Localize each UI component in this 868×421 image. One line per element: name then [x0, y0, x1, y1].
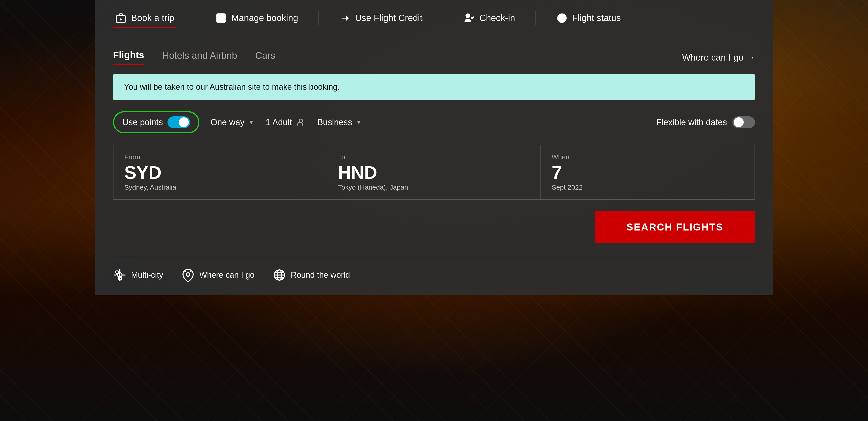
nav-manage-booking[interactable]: Manage booking [213, 8, 301, 28]
flexible-dates-label: Flexible with dates [656, 118, 727, 127]
multi-city-label: Multi-city [131, 270, 163, 280]
nav-use-flight-credit-label: Use Flight Credit [355, 13, 423, 23]
svg-point-7 [466, 14, 470, 18]
nav-divider-4 [535, 11, 536, 25]
nav-flight-status-label: Flight status [572, 13, 621, 23]
round-the-world-label: Round the world [291, 270, 350, 280]
round-the-world-link[interactable]: Round the world [273, 268, 350, 282]
info-banner: You will be taken to our Australian site… [113, 74, 755, 100]
from-label: From [124, 153, 316, 161]
to-name: Tokyo (Haneda), Japan [338, 184, 529, 191]
info-banner-text: You will be taken to our Australian site… [124, 82, 340, 92]
nav-flight-status[interactable]: Flight status [554, 8, 623, 28]
tab-cars[interactable]: Cars [255, 50, 275, 65]
trip-type-chevron-icon: ▼ [248, 119, 254, 126]
where-can-i-go-bottom-label: Where can I go [199, 270, 254, 280]
passenger-icon [296, 117, 306, 127]
flexible-dates-toggle[interactable] [733, 117, 755, 128]
trip-type-dropdown[interactable]: One way ▼ [211, 115, 254, 129]
nav-use-flight-credit[interactable]: Use Flight Credit [337, 8, 425, 28]
svg-point-9 [299, 119, 303, 122]
to-code: HND [338, 164, 529, 182]
nav-divider-3 [443, 11, 443, 25]
cabin-class-dropdown[interactable]: Business ▼ [317, 115, 362, 129]
nav-book-trip[interactable]: Book a trip [113, 8, 177, 28]
when-month-year: Sept 2022 [552, 184, 744, 191]
cabin-class-label: Business [317, 118, 352, 127]
where-can-i-go-bottom-link[interactable]: Where can I go [181, 268, 254, 282]
bottom-links: + Multi-city Where can I go [113, 257, 755, 282]
round-the-world-icon [273, 268, 286, 282]
use-points-toggle[interactable] [167, 117, 190, 128]
nav-divider-2 [318, 11, 319, 25]
nav-book-trip-label: Book a trip [131, 13, 174, 23]
svg-point-15 [186, 273, 190, 276]
svg-text:+: + [117, 271, 118, 273]
passenger-info[interactable]: 1 Adult [266, 117, 306, 127]
where-can-i-go-icon [181, 268, 195, 282]
nav-manage-booking-label: Manage booking [231, 13, 298, 23]
flexible-dates-control: Flexible with dates [656, 117, 755, 128]
nav-check-in-label: Check-in [479, 13, 515, 23]
when-field[interactable]: When 7 Sept 2022 [541, 145, 754, 199]
to-field[interactable]: To HND Tokyo (Haneda), Japan [327, 145, 541, 199]
where-can-i-go-link[interactable]: Where can I go → [682, 53, 755, 63]
search-flights-button[interactable]: SEARCH FLIGHTS [595, 211, 755, 243]
nav-divider-1 [195, 11, 195, 25]
from-code: SYD [124, 164, 316, 182]
use-points-label: Use points [122, 118, 163, 127]
use-points-wrapper: Use points [113, 111, 199, 133]
main-booking-card: Book a trip Manage booking Use Flight Cr… [95, 0, 773, 295]
tab-flights[interactable]: Flights [113, 50, 144, 65]
trip-type-label: One way [211, 118, 245, 127]
cabin-class-chevron-icon: ▼ [356, 119, 362, 126]
content-area: Flights Hotels and Airbnb Cars Where can… [95, 36, 773, 282]
passenger-count-label: 1 Adult [266, 118, 292, 127]
multi-city-icon: + [113, 268, 127, 282]
from-name: Sydney, Australia [124, 184, 316, 191]
to-label: To [338, 153, 529, 161]
multi-city-link[interactable]: + Multi-city [113, 268, 163, 282]
from-field[interactable]: From SYD Sydney, Australia [114, 145, 327, 199]
nav-check-in[interactable]: Check-in [461, 8, 518, 28]
tab-hotels-airbnb[interactable]: Hotels and Airbnb [162, 50, 237, 65]
search-fields: From SYD Sydney, Australia To HND Tokyo … [113, 144, 755, 200]
sub-nav: Flights Hotels and Airbnb Cars Where can… [113, 50, 755, 65]
when-label: When [552, 153, 744, 161]
when-date: 7 [552, 164, 744, 182]
top-nav: Book a trip Manage booking Use Flight Cr… [95, 0, 773, 36]
controls-row: Use points One way ▼ 1 Adult Business ▼ [113, 111, 755, 133]
search-btn-row: SEARCH FLIGHTS [113, 211, 755, 243]
